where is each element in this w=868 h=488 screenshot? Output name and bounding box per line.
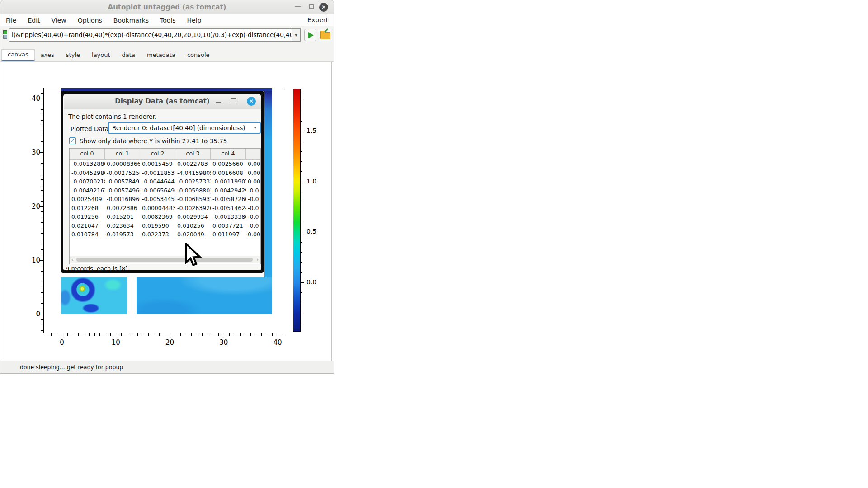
x-axis-tick-label: 0 bbox=[53, 338, 71, 347]
menu-options[interactable]: Options bbox=[78, 17, 102, 24]
minimize-icon[interactable] bbox=[295, 6, 301, 7]
table-cell: 0.012268 bbox=[70, 204, 105, 213]
table-cell: -0.00275250... bbox=[105, 169, 140, 178]
colorbar-tick bbox=[301, 192, 302, 192]
x-axis-tick bbox=[235, 333, 235, 336]
maximize-icon[interactable] bbox=[309, 4, 314, 9]
menu-tools[interactable]: Tools bbox=[160, 17, 176, 24]
table-cell: 0.022373 bbox=[140, 230, 175, 239]
menu-edit[interactable]: Edit bbox=[28, 17, 40, 24]
colorbar-tick bbox=[301, 292, 302, 293]
table-row[interactable]: 0.0192560.0152010.00823690.0029934-0.001… bbox=[70, 212, 260, 221]
table-column-header[interactable]: col 4 bbox=[211, 149, 246, 159]
table-row[interactable]: 0.0107840.0195730.0223730.0200490.011997… bbox=[70, 230, 260, 239]
menu-bookmarks[interactable]: Bookmarks bbox=[113, 17, 149, 24]
menu-help[interactable]: Help bbox=[187, 17, 202, 24]
tab-metadata[interactable]: metadata bbox=[141, 49, 181, 61]
y-axis-tick bbox=[41, 104, 43, 104]
x-axis-tick bbox=[165, 333, 165, 336]
table-row[interactable]: -0.00452980...-0.00275250...-0.00118539.… bbox=[70, 169, 260, 178]
x-axis-tick bbox=[261, 333, 262, 336]
table-row[interactable]: -0.00132880...0.0000836620.00154590.0022… bbox=[70, 160, 260, 169]
records-count-label: 9 records, each is [8] bbox=[66, 265, 127, 272]
table-column-header[interactable]: col 1 bbox=[105, 149, 140, 159]
table-row[interactable]: -0.00700218...-0.00578497...-0.00446446.… bbox=[70, 177, 260, 186]
uri-dropdown-icon[interactable]: ▾ bbox=[292, 28, 301, 42]
menu-view[interactable]: View bbox=[52, 17, 66, 24]
menu-file[interactable]: File bbox=[6, 17, 16, 24]
dialog-maximize-icon[interactable] bbox=[231, 98, 236, 103]
table-cell: -0.00133386... bbox=[211, 212, 246, 221]
table-column-header[interactable] bbox=[246, 149, 261, 159]
x-axis-tick bbox=[224, 333, 224, 338]
table-cell: -0.00429429... bbox=[211, 186, 246, 195]
y-axis-tick bbox=[41, 319, 43, 320]
plot-canvas[interactable]: 010203040010203040 1.51.00.50.0 Display … bbox=[0, 62, 334, 361]
green-square-icon bbox=[3, 30, 7, 34]
display-data-dialog: Display Data (as tomcat) ✕ The plot cont… bbox=[61, 91, 264, 273]
heatmap-right-sliver bbox=[264, 91, 272, 277]
x-axis-tick bbox=[272, 333, 273, 336]
tab-layout[interactable]: layout bbox=[86, 49, 116, 61]
uri-input[interactable]: l)&ripples(40,40)+rand(40,40)*(exp(-dist… bbox=[9, 28, 292, 42]
y-axis-tick bbox=[41, 115, 43, 115]
tab-canvas[interactable]: canvas bbox=[1, 49, 35, 61]
dialog-titlebar[interactable]: Display Data (as tomcat) ✕ bbox=[64, 94, 261, 109]
y-axis-tick bbox=[41, 141, 43, 142]
table-cell: -0.00534458... bbox=[140, 195, 175, 204]
dialog-close-icon[interactable]: ✕ bbox=[247, 97, 256, 106]
x-axis-tick bbox=[132, 333, 132, 336]
x-axis-tick bbox=[159, 333, 160, 336]
table-row[interactable]: 0.0025409-0.00168966...-0.00534458...-0.… bbox=[70, 195, 260, 204]
table-row[interactable]: 0.0210470.0236340.0195900.0102560.003772… bbox=[70, 221, 260, 230]
y-axis-tick bbox=[41, 109, 43, 110]
table-cell: -0.00685931... bbox=[175, 195, 211, 204]
table-row[interactable]: 0.0122680.00723860.000044839-0.00263926.… bbox=[70, 204, 260, 213]
inspect-uri-button[interactable] bbox=[319, 29, 331, 41]
scroll-left-icon[interactable]: ‹ bbox=[71, 257, 73, 263]
folder-icon bbox=[320, 32, 330, 39]
x-axis-tick bbox=[89, 333, 90, 336]
plotted-data-select[interactable]: Renderer 0: dataset[40,40] (dimensionles… bbox=[108, 122, 261, 134]
dialog-minimize-icon[interactable] bbox=[216, 102, 221, 103]
x-axis-tick bbox=[46, 333, 46, 336]
table-column-header[interactable]: col 0 bbox=[70, 149, 105, 159]
renderer-count-text: The plot contains 1 renderer. bbox=[68, 113, 156, 120]
table-cell: 0.0025409 bbox=[70, 195, 105, 204]
scrollbar-thumb[interactable] bbox=[76, 258, 253, 262]
table-cell: 0.0025660 bbox=[211, 160, 246, 169]
table-cell: 0.00 bbox=[246, 169, 261, 178]
expert-menu[interactable]: Expert bbox=[307, 16, 328, 23]
y-axis-tick bbox=[41, 163, 43, 164]
y-axis-tick-label: 30 bbox=[25, 148, 40, 156]
colorbar-tick bbox=[301, 182, 304, 182]
horizontal-scrollbar[interactable]: ‹ › bbox=[70, 256, 260, 263]
table-cell: -0.00446446... bbox=[140, 177, 175, 186]
table-row[interactable]: -0.00492163...-0.00574966...-0.00656494.… bbox=[70, 186, 260, 195]
window-titlebar[interactable]: Autoplot untagged (as tomcat) ✕ bbox=[0, 0, 334, 14]
x-axis-tick bbox=[186, 333, 186, 336]
tab-axes[interactable]: axes bbox=[35, 49, 60, 61]
tab-console[interactable]: console bbox=[181, 49, 216, 61]
go-button[interactable] bbox=[304, 29, 316, 41]
colorbar-tick bbox=[301, 222, 302, 222]
x-axis-tick bbox=[57, 333, 57, 336]
tab-data[interactable]: data bbox=[116, 49, 141, 61]
tab-style[interactable]: style bbox=[60, 49, 86, 61]
plotted-data-label: Plotted Data: bbox=[71, 125, 111, 132]
data-table[interactable]: col 0col 1col 2col 3col 4 -0.00132880...… bbox=[69, 148, 261, 264]
x-axis-tick bbox=[51, 333, 52, 336]
y-axis-tick bbox=[41, 169, 43, 169]
y-axis-tick bbox=[41, 136, 43, 136]
close-icon[interactable]: ✕ bbox=[319, 3, 328, 12]
dialog-inner: Display Data (as tomcat) ✕ The plot cont… bbox=[64, 94, 261, 270]
filter-checkbox[interactable]: ✓ bbox=[69, 137, 76, 144]
table-cell: 0.000083662 bbox=[105, 160, 140, 169]
table-cell: -0.00574966... bbox=[105, 186, 140, 195]
table-column-header[interactable]: col 2 bbox=[140, 149, 175, 159]
scroll-right-icon[interactable]: › bbox=[257, 257, 259, 263]
y-axis-tick bbox=[41, 120, 43, 121]
table-column-header[interactable]: col 3 bbox=[175, 149, 211, 159]
table-cell: 0.0022783 bbox=[175, 160, 211, 169]
table-cell: 0.0029934 bbox=[175, 212, 211, 221]
